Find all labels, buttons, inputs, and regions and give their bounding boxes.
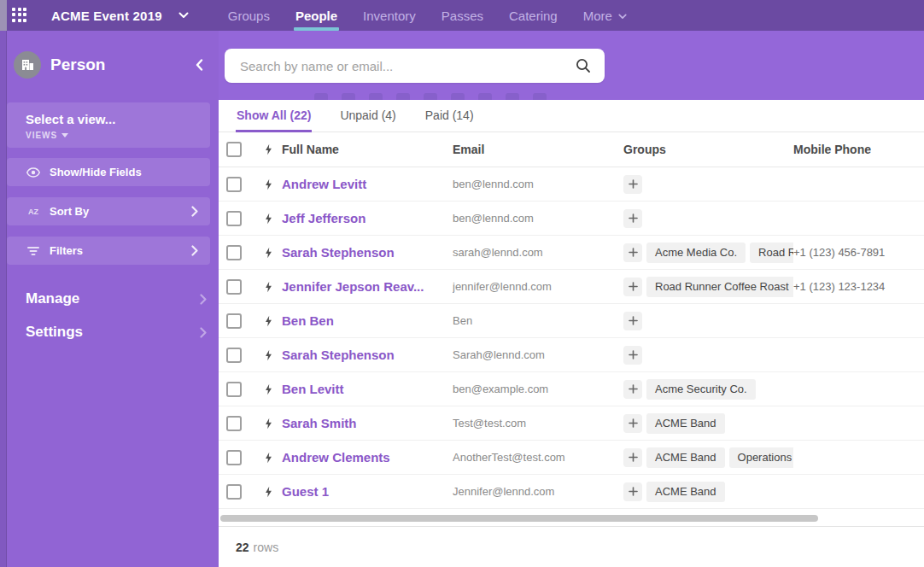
bolt-icon — [254, 281, 282, 293]
row-checkbox[interactable] — [226, 348, 242, 363]
person-name-link[interactable]: Sarah Stephenson — [282, 348, 395, 362]
app-window: ACME Event 2019 GroupsPeopleInventoryPas… — [0, 0, 924, 567]
person-email: ben@lennd.com — [453, 178, 623, 190]
row-checkbox[interactable] — [226, 382, 242, 397]
tool-label: Sort By — [50, 205, 89, 218]
nav-item-passes[interactable]: Passes — [442, 0, 483, 31]
eye-icon — [26, 167, 41, 178]
tab-paid-14[interactable]: Paid (14) — [424, 100, 475, 132]
search-input[interactable] — [225, 59, 576, 73]
nav-item-catering[interactable]: Catering — [509, 0, 558, 31]
column-header-groups[interactable]: Groups — [623, 143, 793, 156]
add-group-button[interactable] — [623, 482, 642, 501]
row-checkbox[interactable] — [226, 416, 242, 431]
group-chip[interactable]: Acme Security Co. — [646, 379, 756, 400]
person-name-link[interactable]: Guest 1 — [282, 484, 329, 499]
table-row: Andrew ClementsAnotherTest@test.comACME … — [219, 441, 924, 475]
building-icon — [21, 59, 34, 71]
chevron-down-icon — [618, 14, 627, 20]
add-group-button[interactable] — [623, 448, 642, 467]
sidebar-link-manage[interactable]: Manage — [7, 288, 219, 310]
column-header-mobile-phone[interactable]: Mobile Phone — [793, 143, 924, 156]
person-name-link[interactable]: Andrew Levitt — [282, 177, 366, 191]
nav-item-inventory[interactable]: Inventory — [363, 0, 416, 31]
tab-show-all-22[interactable]: Show All (22) — [236, 100, 312, 132]
bolt-icon — [254, 349, 282, 361]
sidebar-collapse-icon[interactable] — [192, 56, 207, 74]
column-header-email[interactable]: Email — [453, 143, 623, 156]
show-hide-fields-button[interactable]: Show/Hide Fields — [7, 158, 210, 186]
add-group-button[interactable] — [623, 346, 642, 365]
add-group-button[interactable] — [623, 380, 642, 399]
person-email: AnotherTest@test.com — [453, 451, 623, 464]
group-chip[interactable]: Road R — [750, 243, 793, 263]
group-chip[interactable]: Acme Media Co. — [646, 243, 746, 263]
row-checkbox[interactable] — [226, 450, 242, 465]
select-all-checkbox[interactable] — [226, 142, 242, 157]
nav-item-label: People — [295, 9, 337, 23]
person-name-link[interactable]: Ben Levitt — [282, 382, 344, 396]
chevron-right-icon — [191, 245, 198, 256]
group-chip[interactable]: Road Runner Coffee Roast — [646, 277, 793, 297]
person-name-link[interactable]: Andrew Clements — [282, 450, 390, 465]
person-name-link[interactable]: Sarah Smith — [282, 416, 357, 430]
person-name-link[interactable]: Sarah Stephenson — [282, 245, 395, 260]
tab-unpaid-4[interactable]: Unpaid (4) — [339, 100, 396, 132]
nav-item-people[interactable]: People — [295, 0, 337, 31]
group-chip[interactable]: ACME Band — [646, 413, 725, 434]
person-name-link[interactable]: Ben Ben — [282, 313, 334, 328]
nav-item-groups[interactable]: Groups — [228, 0, 270, 31]
add-group-button[interactable] — [623, 209, 642, 228]
bolt-column-icon — [254, 143, 282, 155]
person-email: Sarah@lennd.com — [453, 348, 623, 361]
chevron-right-icon — [200, 294, 207, 305]
horizontal-scrollbar — [219, 509, 924, 527]
row-checkbox[interactable] — [226, 279, 242, 295]
add-group-button[interactable] — [623, 414, 642, 433]
nav-item-more[interactable]: More — [583, 0, 627, 31]
scrollbar-thumb[interactable] — [220, 515, 818, 522]
filter-tabs: Show All (22)Unpaid (4)Paid (14) — [219, 100, 924, 132]
add-group-button[interactable] — [623, 175, 642, 194]
peek-square — [396, 93, 410, 100]
person-email: Ben — [453, 314, 623, 327]
column-header-full-name[interactable]: Full Name — [282, 143, 453, 156]
row-checkbox[interactable] — [226, 211, 242, 226]
sidebar-link-label: Manage — [26, 290, 200, 307]
row-checkbox[interactable] — [226, 484, 242, 500]
row-checkbox[interactable] — [226, 177, 242, 192]
table-row: Jeff Jeffersonben@lennd.com — [219, 202, 924, 236]
filters-button[interactable]: Filters — [7, 237, 210, 265]
peek-square — [478, 93, 492, 100]
event-chevron-down-icon[interactable] — [178, 12, 189, 19]
group-chip[interactable]: Operations — [729, 447, 793, 468]
sort-by-button[interactable]: AZSort By — [7, 197, 210, 225]
main-area: Show All (22)Unpaid (4)Paid (14) Full Na… — [219, 31, 924, 567]
group-chip[interactable]: ACME Band — [646, 447, 725, 468]
app-grid-icon[interactable] — [12, 8, 28, 24]
peek-square — [342, 93, 355, 100]
table-row: Sarah SmithTest@test.comACME Band — [219, 406, 924, 441]
table-row: Sarah Stephensonsarah@lennd.comAcme Medi… — [219, 236, 924, 270]
groups-cell — [623, 209, 793, 228]
event-title[interactable]: ACME Event 2019 — [51, 9, 162, 23]
add-group-button[interactable] — [623, 243, 642, 262]
bolt-icon — [254, 418, 282, 430]
person-name-link[interactable]: Jennifer Jepson Reav... — [282, 279, 424, 294]
nav-item-label: More — [583, 9, 612, 23]
search-icon[interactable] — [576, 58, 591, 73]
group-chip[interactable]: ACME Band — [646, 482, 725, 502]
row-checkbox[interactable] — [226, 313, 242, 329]
view-selector[interactable]: Select a view... VIEWS — [7, 102, 210, 148]
add-group-button[interactable] — [623, 312, 642, 330]
person-name-link[interactable]: Jeff Jefferson — [282, 211, 366, 225]
sidebar-link-settings[interactable]: Settings — [7, 321, 219, 343]
bolt-icon — [254, 178, 282, 190]
table-row: Jennifer Jepson Reav...jennifer@lennd.co… — [219, 270, 924, 304]
row-checkbox[interactable] — [226, 245, 242, 260]
table-header-row: Full Name Email Groups Mobile Phone — [219, 132, 924, 167]
add-group-button[interactable] — [623, 278, 642, 296]
left-edge-strip — [0, 0, 7, 567]
groups-cell — [623, 312, 793, 330]
table-body: Andrew Levittben@lennd.comJeff Jefferson… — [219, 167, 924, 509]
